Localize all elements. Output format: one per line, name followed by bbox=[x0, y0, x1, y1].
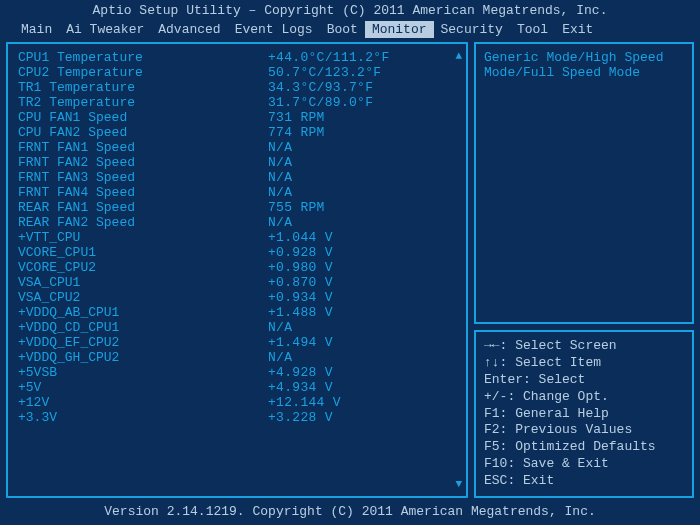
monitor-label: +3.3V bbox=[18, 410, 268, 425]
monitor-label: CPU FAN1 Speed bbox=[18, 110, 268, 125]
monitor-panel: ▲ ▼ CPU1 Temperature+44.0°C/111.2°FCPU2 … bbox=[6, 42, 468, 498]
help-line: Generic Mode/High Speed bbox=[484, 50, 684, 65]
monitor-label: +12V bbox=[18, 395, 268, 410]
monitor-row[interactable]: VSA_CPU1+0.870 V bbox=[18, 275, 456, 290]
tab-security[interactable]: Security bbox=[434, 21, 510, 38]
monitor-value: N/A bbox=[268, 215, 292, 230]
monitor-label: FRNT FAN2 Speed bbox=[18, 155, 268, 170]
monitor-label: +VDDQ_GH_CPU2 bbox=[18, 350, 268, 365]
monitor-value: +0.934 V bbox=[268, 290, 333, 305]
monitor-value: 31.7°C/89.0°F bbox=[268, 95, 373, 110]
monitor-value: 774 RPM bbox=[268, 125, 325, 140]
key-help: ESC: Exit bbox=[484, 473, 684, 490]
monitor-value: +1.044 V bbox=[268, 230, 333, 245]
monitor-value: +1.488 V bbox=[268, 305, 333, 320]
monitor-row[interactable]: CPU FAN1 Speed731 RPM bbox=[18, 110, 456, 125]
monitor-row[interactable]: +12V+12.144 V bbox=[18, 395, 456, 410]
monitor-label: TR2 Temperature bbox=[18, 95, 268, 110]
monitor-label: +5V bbox=[18, 380, 268, 395]
key-help: F5: Optimized Defaults bbox=[484, 439, 684, 456]
monitor-label: VSA_CPU2 bbox=[18, 290, 268, 305]
monitor-label: +VDDQ_EF_CPU2 bbox=[18, 335, 268, 350]
monitor-row[interactable]: VCORE_CPU2+0.980 V bbox=[18, 260, 456, 275]
monitor-label: VCORE_CPU1 bbox=[18, 245, 268, 260]
tab-event-logs[interactable]: Event Logs bbox=[228, 21, 320, 38]
monitor-value: 34.3°C/93.7°F bbox=[268, 80, 373, 95]
monitor-label: CPU1 Temperature bbox=[18, 50, 268, 65]
monitor-label: +VTT_CPU bbox=[18, 230, 268, 245]
monitor-row[interactable]: CPU1 Temperature+44.0°C/111.2°F bbox=[18, 50, 456, 65]
monitor-row[interactable]: +VDDQ_GH_CPU2N/A bbox=[18, 350, 456, 365]
key-help: F2: Previous Values bbox=[484, 422, 684, 439]
monitor-value: N/A bbox=[268, 350, 292, 365]
monitor-row[interactable]: REAR FAN1 Speed755 RPM bbox=[18, 200, 456, 215]
monitor-row[interactable]: +VDDQ_AB_CPU1+1.488 V bbox=[18, 305, 456, 320]
monitor-row[interactable]: +3.3V+3.228 V bbox=[18, 410, 456, 425]
monitor-value: +0.928 V bbox=[268, 245, 333, 260]
monitor-label: VSA_CPU1 bbox=[18, 275, 268, 290]
key-help: F1: General Help bbox=[484, 406, 684, 423]
monitor-row[interactable]: VSA_CPU2+0.934 V bbox=[18, 290, 456, 305]
monitor-row[interactable]: REAR FAN2 SpeedN/A bbox=[18, 215, 456, 230]
key-help: F10: Save & Exit bbox=[484, 456, 684, 473]
monitor-value: +0.870 V bbox=[268, 275, 333, 290]
footer-version: Version 2.14.1219. Copyright (C) 2011 Am… bbox=[0, 500, 700, 525]
monitor-value: +4.934 V bbox=[268, 380, 333, 395]
key-help: +/-: Change Opt. bbox=[484, 389, 684, 406]
monitor-value: N/A bbox=[268, 140, 292, 155]
monitor-value: N/A bbox=[268, 320, 292, 335]
help-panel: Generic Mode/High Speed Mode/Full Speed … bbox=[474, 42, 694, 324]
tab-tool[interactable]: Tool bbox=[510, 21, 555, 38]
monitor-value: 50.7°C/123.2°F bbox=[268, 65, 381, 80]
monitor-value: +12.144 V bbox=[268, 395, 341, 410]
monitor-value: +0.980 V bbox=[268, 260, 333, 275]
monitor-label: REAR FAN2 Speed bbox=[18, 215, 268, 230]
monitor-value: N/A bbox=[268, 185, 292, 200]
tab-monitor[interactable]: Monitor bbox=[365, 21, 434, 38]
monitor-value: 731 RPM bbox=[268, 110, 325, 125]
monitor-row[interactable]: TR2 Temperature31.7°C/89.0°F bbox=[18, 95, 456, 110]
monitor-label: CPU2 Temperature bbox=[18, 65, 268, 80]
monitor-label: REAR FAN1 Speed bbox=[18, 200, 268, 215]
monitor-label: +5VSB bbox=[18, 365, 268, 380]
monitor-value: +3.228 V bbox=[268, 410, 333, 425]
tab-ai-tweaker[interactable]: Ai Tweaker bbox=[59, 21, 151, 38]
monitor-row[interactable]: FRNT FAN1 SpeedN/A bbox=[18, 140, 456, 155]
monitor-value: +1.494 V bbox=[268, 335, 333, 350]
tab-main[interactable]: Main bbox=[14, 21, 59, 38]
key-help: →←: Select Screen bbox=[484, 338, 684, 355]
tab-boot[interactable]: Boot bbox=[320, 21, 365, 38]
scroll-up-icon[interactable]: ▲ bbox=[455, 50, 462, 62]
key-help: Enter: Select bbox=[484, 372, 684, 389]
monitor-value: +44.0°C/111.2°F bbox=[268, 50, 390, 65]
monitor-row[interactable]: TR1 Temperature34.3°C/93.7°F bbox=[18, 80, 456, 95]
monitor-label: TR1 Temperature bbox=[18, 80, 268, 95]
monitor-row[interactable]: +VDDQ_EF_CPU2+1.494 V bbox=[18, 335, 456, 350]
key-help-panel: →←: Select Screen ↑↓: Select Item Enter:… bbox=[474, 330, 694, 498]
monitor-label: FRNT FAN1 Speed bbox=[18, 140, 268, 155]
monitor-value: +4.928 V bbox=[268, 365, 333, 380]
monitor-label: FRNT FAN3 Speed bbox=[18, 170, 268, 185]
monitor-value: N/A bbox=[268, 155, 292, 170]
monitor-value: N/A bbox=[268, 170, 292, 185]
monitor-row[interactable]: FRNT FAN2 SpeedN/A bbox=[18, 155, 456, 170]
monitor-label: FRNT FAN4 Speed bbox=[18, 185, 268, 200]
monitor-label: CPU FAN2 Speed bbox=[18, 125, 268, 140]
monitor-row[interactable]: FRNT FAN3 SpeedN/A bbox=[18, 170, 456, 185]
scroll-down-icon[interactable]: ▼ bbox=[455, 478, 462, 490]
monitor-row[interactable]: CPU2 Temperature50.7°C/123.2°F bbox=[18, 65, 456, 80]
tab-advanced[interactable]: Advanced bbox=[151, 21, 227, 38]
monitor-row[interactable]: FRNT FAN4 SpeedN/A bbox=[18, 185, 456, 200]
monitor-label: +VDDQ_CD_CPU1 bbox=[18, 320, 268, 335]
monitor-row[interactable]: CPU FAN2 Speed774 RPM bbox=[18, 125, 456, 140]
monitor-row[interactable]: +VDDQ_CD_CPU1N/A bbox=[18, 320, 456, 335]
page-title: Aptio Setup Utility – Copyright (C) 2011… bbox=[0, 0, 700, 21]
monitor-label: +VDDQ_AB_CPU1 bbox=[18, 305, 268, 320]
key-help: ↑↓: Select Item bbox=[484, 355, 684, 372]
tab-exit[interactable]: Exit bbox=[555, 21, 600, 38]
monitor-row[interactable]: +VTT_CPU+1.044 V bbox=[18, 230, 456, 245]
monitor-row[interactable]: VCORE_CPU1+0.928 V bbox=[18, 245, 456, 260]
monitor-row[interactable]: +5VSB+4.928 V bbox=[18, 365, 456, 380]
monitor-value: 755 RPM bbox=[268, 200, 325, 215]
monitor-row[interactable]: +5V+4.934 V bbox=[18, 380, 456, 395]
